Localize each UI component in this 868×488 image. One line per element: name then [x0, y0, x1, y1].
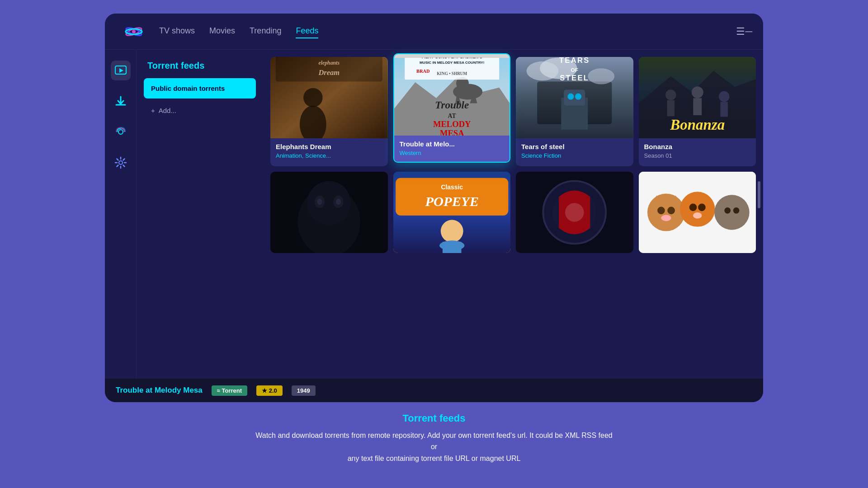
info-section: Torrent feeds Watch and download torrent… — [244, 402, 624, 474]
svg-text:Trouble: Trouble — [435, 99, 469, 111]
svg-text:TEARS: TEARS — [559, 57, 590, 64]
sidebar-stream-icon[interactable] — [111, 122, 131, 142]
card-circle[interactable] — [516, 172, 633, 253]
poster-fox-cats — [639, 172, 756, 253]
bottom-bar-title: Trouble at Melody Mesa — [116, 386, 203, 395]
app-logo — [124, 22, 144, 42]
svg-text:MUSIC IN MELODY MESA COUNTRY!: MUSIC IN MELODY MESA COUNTRY! — [420, 61, 484, 65]
card-sub-bonanza: Season 01 — [644, 152, 751, 159]
svg-point-39 — [567, 94, 574, 100]
badge-year: 1949 — [292, 385, 316, 396]
nav-trending[interactable]: Trending — [250, 24, 281, 38]
svg-text:OF: OF — [571, 67, 578, 73]
svg-text:Bonanza: Bonanza — [670, 117, 725, 133]
svg-point-55 — [317, 199, 322, 205]
feed-item-public-domain[interactable]: Public domain torrents — [144, 78, 256, 99]
feeds-panel-title: Torrent feeds — [144, 61, 256, 71]
svg-point-63 — [439, 240, 464, 250]
svg-point-6 — [118, 130, 123, 134]
svg-point-76 — [661, 215, 671, 221]
svg-point-71 — [647, 193, 684, 231]
add-feed-button[interactable]: + Add... — [144, 100, 256, 121]
card-sub-elephants-dream: Animation, Science... — [276, 152, 382, 159]
content-pane: Torrent feeds Public domain torrents + A… — [137, 50, 763, 379]
svg-point-61 — [440, 220, 463, 243]
svg-point-45 — [691, 86, 703, 98]
top-nav: TV shows Movies Trending Feeds ☰─ — [105, 14, 763, 50]
nav-movies[interactable]: Movies — [209, 24, 235, 38]
svg-text:Classic: Classic — [441, 183, 463, 191]
svg-point-43 — [665, 89, 676, 100]
nav-tv-shows[interactable]: TV shows — [159, 24, 195, 38]
svg-point-69 — [565, 203, 584, 222]
poster-bonanza: Bonanza — [639, 57, 756, 138]
main-body: Torrent feeds Public domain torrents + A… — [105, 50, 763, 379]
filter-icon[interactable]: ☰─ — [736, 26, 752, 38]
svg-rect-38 — [564, 89, 585, 105]
card-tears-of-steel[interactable]: TEARS OF STEEL Tears of stee — [516, 57, 633, 166]
svg-point-81 — [698, 204, 706, 211]
sidebar-download-icon[interactable] — [111, 91, 131, 111]
svg-text:STEEL: STEEL — [560, 74, 589, 82]
card-sub-tos: Science Fiction — [521, 152, 628, 159]
card-elephants-dream[interactable]: elephants Dream Elephants Dream Animatio… — [270, 57, 388, 166]
poster-dark-creature — [270, 172, 388, 253]
card-title-tos: Tears of steel — [521, 143, 628, 150]
svg-point-87 — [733, 207, 739, 214]
card-bonanza[interactable]: Bonanza Bonanza Season 01 — [639, 57, 756, 166]
svg-point-47 — [718, 91, 729, 102]
add-feed-label: Add... — [159, 107, 176, 114]
card-info-trouble: Trouble at Melo... Western — [394, 136, 510, 162]
card-title-trouble: Trouble at Melo... — [400, 140, 505, 148]
bottom-bar: Trouble at Melody Mesa ≈ Torrent ★ 2.0 1… — [105, 379, 763, 402]
svg-marker-5 — [119, 68, 123, 73]
card-info-elephants-dream: Elephants Dream Animation, Science... — [270, 138, 388, 164]
sidebar-settings-icon[interactable] — [111, 153, 131, 173]
svg-point-83 — [714, 195, 750, 230]
card-fox-cats[interactable] — [639, 172, 756, 253]
card-dark-creature[interactable] — [270, 172, 388, 253]
poster-trouble-melody-mesa: FIERY GUNS PLAY BADMEN'S MUSIC IN MELODY… — [394, 54, 510, 136]
svg-text:MELODY: MELODY — [433, 119, 471, 129]
svg-text:Dream: Dream — [318, 68, 340, 77]
scroll-handle[interactable] — [758, 181, 760, 208]
info-section-description: Watch and download torrents from remote … — [253, 430, 615, 465]
poster-circle — [516, 172, 633, 253]
svg-point-7 — [119, 161, 123, 164]
grid-area: elephants Dream Elephants Dream Animatio… — [263, 50, 763, 379]
svg-point-40 — [575, 94, 581, 100]
feeds-panel: Torrent feeds Public domain torrents + A… — [137, 50, 263, 379]
svg-point-33 — [588, 68, 614, 84]
card-info-bonanza: Bonanza Season 01 — [639, 138, 756, 164]
svg-point-10 — [303, 88, 322, 107]
nav-feeds[interactable]: Feeds — [296, 24, 318, 38]
badge-rating: ★ 2.0 — [256, 385, 283, 396]
card-sub-trouble: Western — [400, 150, 505, 156]
svg-point-82 — [693, 212, 702, 219]
poster-tears-of-steel: TEARS OF STEEL — [516, 57, 633, 138]
info-section-title: Torrent feeds — [403, 413, 466, 424]
grid-row-1: elephants Dream Elephants Dream Animatio… — [270, 57, 756, 166]
poster-elephants-dream: elephants Dream — [270, 57, 388, 138]
svg-point-80 — [689, 204, 697, 211]
poster-popeye: Classic POPEYE — [393, 172, 511, 253]
card-info-tos: Tears of steel Science Fiction — [516, 138, 633, 164]
grid-row-2: Classic POPEYE — [270, 172, 756, 253]
svg-point-77 — [679, 192, 715, 227]
svg-point-52 — [307, 181, 351, 225]
svg-rect-46 — [693, 98, 702, 115]
card-trouble-melody-mesa[interactable]: FIERY GUNS PLAY BADMEN'S MUSIC IN MELODY… — [393, 53, 511, 163]
svg-text:FIERY GUNS PLAY BADMEN'S: FIERY GUNS PLAY BADMEN'S — [421, 58, 482, 59]
card-title-elephants-dream: Elephants Dream — [276, 143, 382, 150]
svg-text:MESA: MESA — [439, 128, 464, 136]
logo-area — [116, 22, 152, 42]
svg-text:KING • SHRUM: KING • SHRUM — [437, 71, 467, 76]
card-popeye[interactable]: Classic POPEYE — [393, 172, 511, 253]
card-title-bonanza: Bonanza — [644, 143, 751, 150]
svg-point-56 — [336, 199, 341, 205]
svg-rect-44 — [667, 100, 675, 116]
add-icon: + — [151, 107, 155, 114]
sidebar-media-icon[interactable] — [111, 61, 131, 80]
svg-text:AT: AT — [448, 113, 456, 119]
svg-point-75 — [667, 207, 675, 215]
